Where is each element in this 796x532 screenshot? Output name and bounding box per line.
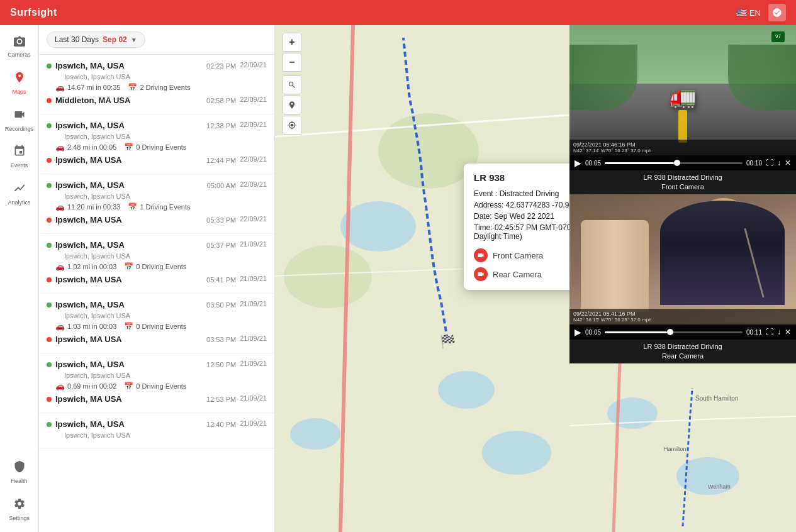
trip-end-date: 21/09/21 — [240, 394, 267, 402]
search-location-button[interactable] — [283, 75, 301, 94]
app-header: Surfsight 🇺🇸 EN — [0, 0, 796, 25]
popup-event-label: Event : — [474, 189, 497, 198]
rear-timestamp: 09/22/2021 05:41:16 PM — [573, 311, 792, 317]
trip-start-status — [47, 302, 52, 308]
trip-list: Last 30 Days Sep 02 ▼ Ipswich, MA, USA 0… — [39, 25, 275, 532]
rear-close-button[interactable]: ✕ — [785, 328, 791, 336]
trip-start-date: 21/09/21 — [240, 300, 267, 308]
svg-text:South Hamilton: South Hamilton — [695, 395, 738, 402]
sidebar-item-recordings[interactable]: Recordings — [1, 103, 38, 138]
rear-camera-label: Rear Camera — [493, 270, 542, 279]
popup-event: Event : Distracted Driving — [474, 189, 569, 198]
trip-list-header: Last 30 Days Sep 02 ▼ — [39, 25, 274, 55]
sidebar-item-cameras[interactable]: Cameras — [1, 30, 38, 64]
trip-start-time: 02:23 PM — [206, 62, 236, 70]
rear-camera-icon — [474, 267, 488, 281]
road-scene: 🚛 97 — [569, 25, 796, 155]
trip-start-status — [47, 183, 52, 188]
trip-sublocation: Ipswich, Ipswich USA — [55, 133, 236, 140]
rear-camera-button[interactable]: Rear Camera — [474, 267, 569, 281]
pin-button[interactable] — [283, 96, 301, 114]
trip-item[interactable]: Ipswich, MA, USA 12:40 PM Ipswich, Ipswi… — [39, 413, 274, 448]
sidebar-item-events[interactable]: Events — [1, 140, 38, 174]
calendar-icon: 📅 — [124, 382, 133, 391]
settings-label: Settings — [9, 515, 30, 522]
trip-item[interactable]: Ipswich, MA, USA 02:23 PM Ipswich, Ipswi… — [39, 55, 274, 114]
trip-start-date: 21/09/21 — [240, 360, 267, 367]
sidebar-item-health[interactable]: Health — [1, 455, 38, 490]
rear-play-button[interactable]: ▶ — [575, 327, 581, 337]
trip-item[interactable]: Ipswich, MA, USA 12:50 PM Ipswich, Ipswi… — [39, 353, 274, 413]
popup-time-label: Time: — [474, 223, 493, 232]
car-icon: 🚗 — [55, 83, 65, 92]
fullscreen-button[interactable]: ⛶ — [766, 158, 773, 167]
trip-location: Ipswich, MA, USA — [55, 121, 125, 130]
front-camera-icon — [474, 248, 488, 262]
trip-start-status — [47, 422, 52, 427]
user-menu-button[interactable] — [768, 4, 786, 21]
trip-end-location: Middleton, MA USA — [55, 96, 130, 105]
date-filter-button[interactable]: Last 30 Days Sep 02 ▼ — [47, 31, 145, 48]
cameras-label: Cameras — [8, 52, 31, 58]
trip-end-location: Ipswich, MA USA — [55, 335, 122, 344]
car-icon: 🚗 — [55, 322, 65, 331]
sidebar-item-analytics[interactable]: Analytics — [1, 177, 38, 211]
trip-events: 0 Driving Events — [136, 143, 186, 151]
lang-label: EN — [749, 8, 761, 18]
trip-item[interactable]: Ipswich, MA, USA 03:50 PM Ipswich, Ipswi… — [39, 294, 274, 353]
trip-item[interactable]: Ipswich, MA, USA 05:00 AM Ipswich, Ipswi… — [39, 174, 274, 234]
health-label: Health — [11, 478, 27, 485]
svg-text:Wenham: Wenham — [708, 484, 731, 490]
close-video-button[interactable]: ✕ — [785, 158, 791, 167]
events-label: Events — [11, 162, 28, 169]
mini-map[interactable]: South Hamilton Hamilton Wenham — [569, 363, 796, 532]
rear-video-title: LR 938 Distracted Driving Rear Camera — [569, 340, 796, 363]
date-filter-label: Last 30 Days — [55, 35, 99, 44]
rear-download-button[interactable]: ↓ — [777, 328, 781, 336]
front-camera-button[interactable]: Front Camera — [474, 248, 569, 262]
rear-camera-section: 09/22/2021 05:41:16 PM N42° 38.15' W70° … — [569, 194, 796, 363]
rear-fullscreen-button[interactable]: ⛶ — [766, 328, 773, 336]
car-icon: 🚗 — [55, 382, 65, 391]
zoom-out-button[interactable]: − — [283, 53, 301, 72]
trip-start-status — [47, 243, 52, 248]
maps-label: Maps — [12, 89, 26, 96]
rear-title-line2: Rear Camera — [575, 352, 791, 360]
trip-location: Ipswich, MA, USA — [55, 240, 125, 250]
zoom-in-button[interactable]: + — [283, 33, 301, 52]
trip-end-status — [47, 98, 52, 103]
app-logo: Surfsight — [10, 7, 57, 18]
rear-progress-bar[interactable] — [605, 331, 743, 333]
front-camera-label: Front Camera — [493, 251, 543, 260]
download-button[interactable]: ↓ — [777, 158, 781, 167]
locate-button[interactable] — [283, 116, 301, 135]
trip-start-status — [47, 123, 52, 128]
trip-end-time: 12:53 PM — [206, 396, 236, 403]
language-selector[interactable]: 🇺🇸 EN — [736, 8, 761, 18]
front-play-button[interactable]: ▶ — [575, 158, 581, 168]
trip-location: Ipswich, MA, USA — [55, 360, 125, 369]
popup-title: LR 938 — [474, 172, 569, 183]
trip-start-time: 05:00 AM — [207, 182, 236, 189]
mini-map-svg: South Hamilton Hamilton Wenham — [569, 363, 796, 532]
car-icon: 🚗 — [55, 262, 65, 271]
front-current-time: 00:05 — [585, 160, 601, 167]
trip-location: Ipswich, MA, USA — [55, 61, 125, 70]
events-icon — [13, 145, 26, 160]
rear-end-time: 00:11 — [746, 329, 762, 336]
calendar-icon: 📅 — [124, 262, 133, 271]
trip-distance: 1.02 mi in 00:03 — [67, 263, 116, 270]
map-area[interactable]: 🏁 + − × LR 938 Event : Distracted Drivin… — [275, 25, 569, 532]
rear-title-line1: LR 938 Distracted Driving — [575, 342, 791, 351]
front-progress-bar[interactable] — [605, 162, 743, 164]
trip-end-date: 22/09/21 — [240, 96, 267, 103]
trip-start-date: 22/09/21 — [240, 180, 267, 188]
sidebar-item-settings[interactable]: Settings — [1, 492, 38, 527]
sidebar-item-maps[interactable]: Maps — [1, 66, 38, 101]
trip-end-date: 22/09/21 — [240, 155, 267, 163]
car-icon: 🚗 — [55, 202, 65, 211]
trip-item[interactable]: Ipswich, MA, USA 12:38 PM Ipswich, Ipswi… — [39, 114, 274, 174]
svg-text:Hamilton: Hamilton — [664, 446, 687, 452]
trip-item[interactable]: Ipswich, MA, USA 05:37 PM Ipswich, Ipswi… — [39, 234, 274, 294]
trip-start-time: 12:50 PM — [206, 361, 236, 369]
